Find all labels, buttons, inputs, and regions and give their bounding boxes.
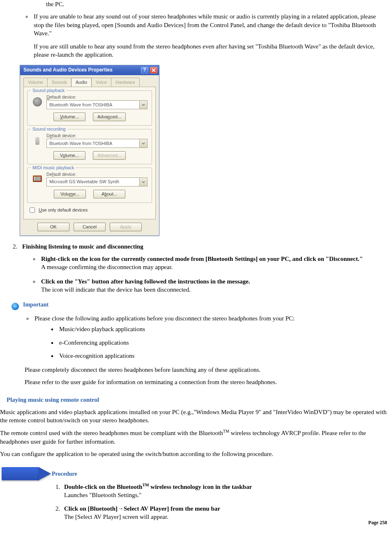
procedure-ol: Double-click on the BluetoothTM wireless… (0, 482, 387, 521)
midi-about-button[interactable]: About... (93, 190, 125, 198)
finish-b1-rest: A message confirming the disconnection m… (41, 264, 173, 270)
playback-advanced-button[interactable]: Advanced... (93, 113, 126, 121)
close-icon (152, 68, 156, 72)
finish-b2-strong: Click on the "Yes" button after having f… (41, 278, 250, 285)
important-list: Please close the following audio applica… (0, 314, 387, 360)
dialog-title: Sounds and Audio Devices Properties (23, 67, 113, 73)
recording-legend: Sound recording (31, 126, 67, 132)
important-p2: Please refer to the user guide for infor… (25, 378, 387, 386)
chevron-down-icon (142, 103, 145, 106)
finishing-ol: Finishing listening to music and disconn… (0, 242, 387, 294)
sounds-dialog: Sounds and Audio Devices Properties ? Vo… (20, 65, 159, 236)
app-item-c: Voice-recognition applications (58, 352, 387, 360)
important-lead-item: Please close the following audio applica… (33, 314, 387, 360)
playback-combo-arrow[interactable] (139, 101, 147, 109)
recording-combo-value[interactable] (47, 139, 139, 147)
recording-fieldset: Sound recording Default device: (27, 129, 152, 164)
tab-strip: Volume Sounds Audio Voice Hardware (20, 75, 159, 87)
dialog-titlebar: Sounds and Audio Devices Properties ? (20, 65, 159, 75)
audio-tab-panel: Sound playback Default device: (23, 87, 156, 219)
procedure-arrow-icon (2, 467, 39, 480)
use-default-checkbox[interactable] (30, 207, 35, 213)
proc-s1-rest: Launches "Bluetooth Settings." (64, 492, 141, 498)
finishing-item: Finishing listening to music and disconn… (19, 242, 387, 294)
use-default-row: Use only default devices (28, 206, 152, 214)
microphone-icon (35, 137, 39, 144)
page-footer: Page 258 (0, 519, 387, 526)
playback-combo[interactable] (46, 100, 148, 109)
lead-fragment: the PC. (0, 0, 387, 8)
intro-bullet-1-text: If you are unable to hear any sound out … (34, 13, 376, 37)
app-item-a: Music/video playback applications (58, 325, 387, 333)
chevron-down-icon (142, 180, 145, 184)
tab-voice[interactable]: Voice (91, 78, 111, 87)
info-icon (12, 303, 19, 310)
playback-fieldset: Sound playback Default device: (27, 90, 152, 126)
important-p1: Please completely disconnect the stereo … (25, 366, 387, 374)
finishing-heading: Finishing listening to music and disconn… (22, 243, 143, 250)
midi-icon (33, 175, 42, 182)
playback-combo-value[interactable] (47, 101, 139, 109)
speaker-icon (33, 97, 42, 106)
procedure-step-1: Double-click on the BluetoothTM wireless… (62, 482, 387, 500)
midi-label: Default device: (46, 171, 148, 177)
tab-volume[interactable]: Volume (23, 78, 48, 87)
important-label: Important (23, 301, 48, 309)
intro-bullet-1: If you are unable to hear any sound out … (32, 12, 387, 59)
procedure-label: Procedure (52, 470, 387, 478)
apply-button: Apply (110, 223, 142, 231)
intro-bullet-1-para2: If you are still unable to hear any soun… (34, 42, 387, 59)
important-lead: Please close the following audio applica… (35, 315, 295, 322)
midi-fieldset: MIDI music playback Default device: (27, 168, 152, 203)
recording-volume-button[interactable]: Volume... (53, 151, 85, 160)
midi-legend: MIDI music playback (31, 165, 76, 171)
tab-audio[interactable]: Audio (71, 78, 92, 87)
tm-mark: TM (223, 429, 229, 433)
remote-p2: The remote control used with the stereo … (0, 428, 387, 446)
midi-combo[interactable] (46, 177, 148, 187)
cancel-button[interactable]: Cancel (74, 223, 106, 231)
tm-mark: TM (142, 483, 149, 487)
recording-combo-arrow[interactable] (139, 139, 147, 147)
remote-p1: Music applications and video playback ap… (0, 408, 387, 425)
proc-s1-strong: Double-click on the BluetoothTM wireless… (64, 484, 252, 490)
finish-bullet-2: Click on the "Yes" button after having f… (39, 277, 387, 294)
tab-sounds[interactable]: Sounds (47, 78, 71, 87)
midi-combo-arrow[interactable] (139, 178, 147, 186)
app-item-b: e-Conferencing applications (58, 339, 387, 347)
finish-b2-rest: The icon will indicate that the device h… (41, 286, 191, 293)
important-row: Important (12, 301, 387, 310)
close-button[interactable] (150, 67, 157, 74)
recording-advanced-button: Advanced... (93, 151, 126, 160)
finish-bullet-1: Right-click on the icon for the currentl… (39, 255, 387, 272)
midi-combo-value[interactable] (47, 178, 139, 186)
finish-b1-strong: Right-click on the icon for the currentl… (41, 256, 363, 262)
midi-volume-button[interactable]: Volume... (54, 190, 86, 198)
proc-s2-strong: Click on [Bluetooth]→Select AV Player] f… (64, 505, 220, 512)
playback-label: Default device: (46, 94, 148, 100)
proc-s2-rest: The [Select AV Player] screen will appea… (64, 514, 168, 520)
dialog-footer: OK Cancel Apply (20, 223, 159, 235)
remote-p3: You can configure the application to be … (0, 450, 387, 458)
tab-hardware[interactable]: Hardware (111, 78, 140, 87)
important-apps-list: Music/video playback applications e-Conf… (35, 325, 387, 360)
remote-heading: Playing music using remote control (7, 396, 387, 404)
recording-combo[interactable] (46, 139, 148, 148)
playback-volume-button[interactable]: Volume... (53, 113, 85, 121)
use-default-label: Use only default devices (39, 207, 88, 213)
help-button[interactable]: ? (141, 67, 148, 74)
ok-button[interactable]: OK (37, 223, 69, 231)
recording-label: Default device: (46, 133, 148, 139)
playback-legend: Sound playback (31, 88, 66, 94)
procedure-step-2: Click on [Bluetooth]→Select AV Player] f… (62, 504, 387, 521)
chevron-down-icon (142, 142, 145, 145)
intro-list: If you are unable to hear any sound out … (0, 12, 387, 59)
